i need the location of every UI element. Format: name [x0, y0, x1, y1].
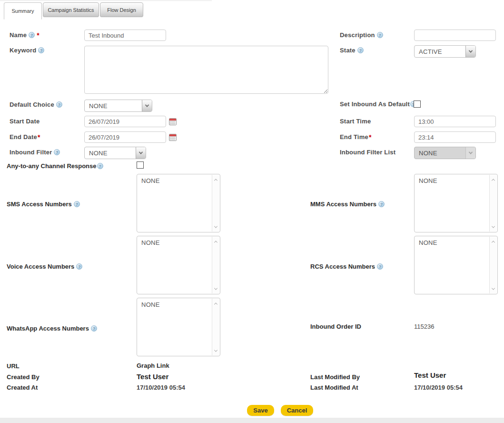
inbound-order-id-value: 115236: [414, 323, 434, 330]
end-time-input[interactable]: [414, 131, 496, 143]
help-icon[interactable]: ?: [91, 325, 97, 332]
list-item[interactable]: NONE: [415, 236, 497, 249]
default-choice-select-value: NONE: [85, 100, 142, 111]
any-to-any-channel-response-label: Any-to-any Channel Response ?: [7, 162, 103, 170]
rcs-access-numbers-listbox[interactable]: NONE: [414, 236, 498, 294]
scrollbar-down-icon[interactable]: [490, 223, 497, 231]
scrollbar[interactable]: [212, 299, 219, 355]
start-date-input[interactable]: [84, 116, 166, 127]
help-icon[interactable]: ?: [97, 163, 103, 169]
cancel-button[interactable]: Cancel: [281, 405, 313, 416]
end-date-label: End Date *: [10, 133, 40, 141]
calendar-icon[interactable]: [169, 134, 177, 141]
scrollbar-down-icon[interactable]: [212, 347, 219, 354]
help-icon[interactable]: ?: [76, 263, 82, 270]
help-icon[interactable]: ?: [357, 47, 364, 53]
inbound-filter-list-label: Inbound Filter List: [340, 149, 395, 156]
scrollbar[interactable]: [212, 237, 219, 293]
help-icon[interactable]: ?: [377, 263, 383, 270]
last-modified-at-label: Last Modified At: [310, 384, 358, 391]
required-asterisk: *: [369, 135, 372, 140]
tab-summary-label: Summary: [11, 8, 34, 14]
graph-link[interactable]: Graph Link: [137, 362, 169, 369]
start-time-input[interactable]: [414, 116, 496, 127]
scrollbar-down-icon[interactable]: [212, 223, 219, 231]
end-date-input[interactable]: [84, 131, 166, 143]
name-label: Name ? *: [10, 31, 40, 39]
scrollbar-up-icon[interactable]: [212, 238, 219, 245]
help-icon[interactable]: ?: [56, 101, 62, 108]
scrollbar-up-icon[interactable]: [490, 176, 497, 183]
set-inbound-as-default-checkbox[interactable]: [414, 101, 421, 108]
chevron-down-icon[interactable]: [465, 46, 475, 57]
list-item[interactable]: NONE: [137, 298, 220, 311]
sms-access-numbers-listbox[interactable]: NONE: [137, 174, 220, 232]
voice-access-numbers-listbox[interactable]: NONE: [137, 236, 220, 294]
top-divider: [0, 0, 212, 1]
scrollbar-down-icon[interactable]: [212, 285, 219, 292]
inbound-filter-select[interactable]: NONE: [84, 147, 146, 159]
scrollbar-up-icon[interactable]: [490, 238, 497, 245]
start-date-label: Start Date: [10, 118, 40, 125]
default-choice-label: Default Choice ?: [10, 101, 62, 108]
sms-access-numbers-label: SMS Access Numbers ?: [7, 201, 80, 208]
description-label: Description ?: [340, 31, 383, 39]
any-to-any-channel-response-checkbox[interactable]: [137, 161, 144, 169]
required-asterisk: *: [38, 135, 40, 140]
summary-page: Summary Campaign Statistics Flow Design …: [0, 0, 504, 423]
last-modified-by-value: Test User: [414, 371, 446, 379]
chevron-down-icon: [465, 147, 475, 159]
scrollbar[interactable]: [212, 175, 219, 232]
scrollbar-up-icon[interactable]: [212, 176, 219, 183]
description-input[interactable]: [414, 30, 496, 41]
save-button[interactable]: Save: [247, 405, 274, 416]
scrollbar-up-icon[interactable]: [212, 300, 219, 307]
list-item[interactable]: NONE: [137, 174, 220, 187]
help-icon[interactable]: ?: [74, 201, 80, 207]
name-input[interactable]: [84, 30, 166, 41]
inbound-filter-list-select-value: NONE: [415, 147, 465, 159]
created-at-label: Created At: [7, 384, 38, 391]
created-at-value: 17/10/2019 05:54: [137, 384, 185, 391]
last-modified-by-label: Last Modified By: [310, 373, 360, 381]
help-icon[interactable]: ?: [29, 32, 35, 38]
voice-access-numbers-label: Voice Access Numbers ?: [7, 263, 82, 270]
scrollbar-down-icon[interactable]: [490, 285, 497, 292]
end-time-label: End Time *: [340, 133, 372, 141]
help-icon[interactable]: ?: [54, 149, 60, 155]
created-by-value: Test User: [137, 373, 168, 381]
tab-campaign-statistics[interactable]: Campaign Statistics: [43, 2, 99, 17]
rcs-access-numbers-label: RCS Access Numbers ?: [310, 263, 383, 270]
required-asterisk: *: [37, 33, 40, 38]
created-by-label: Created By: [7, 373, 40, 381]
help-icon[interactable]: ?: [377, 32, 383, 38]
help-icon[interactable]: ?: [38, 47, 44, 53]
last-modified-at-value: 17/10/2019 05:54: [414, 384, 463, 391]
state-label: State ?: [340, 47, 364, 54]
scrollbar[interactable]: [489, 175, 497, 232]
keyword-label: Keyword ?: [10, 47, 44, 54]
list-item[interactable]: NONE: [137, 236, 220, 249]
inbound-order-id-label: Inbound Order ID: [310, 323, 361, 330]
whatsapp-access-numbers-listbox[interactable]: NONE: [137, 298, 220, 356]
inbound-filter-select-value: NONE: [85, 147, 136, 159]
tab-flow-design-label: Flow Design: [107, 7, 136, 13]
mms-access-numbers-listbox[interactable]: NONE: [414, 174, 498, 232]
keyword-textarea[interactable]: [84, 46, 328, 94]
list-item[interactable]: NONE: [415, 174, 497, 187]
inbound-filter-label: Inbound Filter ?: [10, 149, 60, 156]
tab-campaign-statistics-label: Campaign Statistics: [48, 7, 94, 13]
set-inbound-as-default-label: Set Inbound As Default ?: [340, 101, 416, 108]
state-select[interactable]: ACTIVE: [414, 45, 476, 58]
tab-flow-design[interactable]: Flow Design: [100, 2, 143, 17]
state-select-value: ACTIVE: [415, 46, 465, 57]
mms-access-numbers-label: MMS Access Numbers ?: [310, 201, 385, 208]
help-icon[interactable]: ?: [378, 201, 385, 207]
chevron-down-icon[interactable]: [142, 100, 152, 111]
tab-summary[interactable]: Summary: [4, 2, 42, 20]
default-choice-select[interactable]: NONE: [84, 100, 152, 112]
calendar-icon[interactable]: [169, 118, 177, 125]
chevron-down-icon[interactable]: [136, 147, 146, 159]
scrollbar[interactable]: [489, 237, 497, 293]
whatsapp-access-numbers-label: WhatsApp Access Numbers ?: [7, 325, 97, 332]
